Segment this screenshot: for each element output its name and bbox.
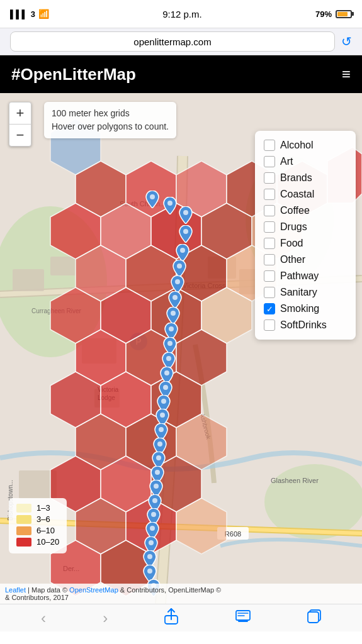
attribution-osm[interactable]: OpenStreetMap	[69, 586, 118, 594]
legend-swatch	[16, 538, 31, 547]
svg-rect-8	[13, 269, 44, 291]
reload-button[interactable]: ↺	[341, 34, 352, 49]
filter-label-coffee: Coffee	[280, 205, 310, 216]
bookmarks-button[interactable]	[235, 610, 251, 626]
svg-point-88	[151, 512, 156, 517]
svg-point-68	[183, 210, 188, 215]
svg-point-72	[175, 279, 180, 284]
filter-item[interactable]: Food	[264, 235, 347, 252]
map-pin[interactable]	[171, 275, 184, 293]
back-button[interactable]: ‹	[41, 609, 46, 627]
legend-swatch	[16, 526, 31, 535]
map-pin[interactable]	[163, 197, 177, 214]
legend-item: 6–10	[16, 526, 59, 535]
svg-point-78	[164, 370, 169, 375]
status-left: ▌▌▌ 3 📶	[10, 9, 49, 19]
share-button[interactable]	[164, 608, 178, 628]
map-tooltip: 100 meter hex grids Hover over polygons …	[44, 102, 176, 138]
status-right: 79%	[315, 9, 352, 19]
filter-item[interactable]: Coffee	[264, 203, 347, 219]
url-text: openlittermap.com	[133, 36, 211, 47]
svg-point-81	[160, 413, 165, 418]
filter-checkbox-coastal[interactable]	[264, 189, 275, 200]
map-pin[interactable]	[179, 225, 193, 243]
svg-point-84	[156, 455, 161, 460]
svg-rect-98	[308, 612, 319, 623]
forward-button[interactable]: ›	[103, 609, 108, 627]
attribution-leaflet[interactable]: Leaflet	[5, 586, 26, 594]
url-field[interactable]: openlittermap.com	[10, 31, 335, 52]
attribution: Leaflet | Map data © OpenStreetMap & Con…	[0, 584, 362, 604]
filter-item[interactable]: Alcohol	[264, 137, 347, 153]
filter-item[interactable]: Brands	[264, 170, 347, 186]
svg-point-76	[167, 341, 173, 346]
filter-item[interactable]: Drugs	[264, 219, 347, 235]
svg-point-80	[161, 399, 166, 404]
svg-point-82	[159, 427, 164, 432]
svg-point-86	[154, 484, 159, 489]
filter-checkbox-alcohol[interactable]	[264, 140, 275, 151]
map-pin[interactable]	[145, 191, 159, 208]
map-pin[interactable]	[179, 206, 193, 224]
map-container[interactable]: P R608 South Chann... Victoria Cross Cur…	[0, 93, 362, 604]
svg-text:R608: R608	[225, 530, 241, 538]
svg-point-73	[173, 295, 178, 300]
svg-point-66	[150, 194, 155, 199]
filter-label-art: Art	[280, 156, 293, 167]
filter-item[interactable]: Art	[264, 153, 347, 170]
filter-item[interactable]: Other	[264, 252, 347, 268]
status-time: 9:12 p.m.	[162, 9, 202, 19]
filter-item[interactable]: Coastal	[264, 186, 347, 203]
legend: 1–33–66–1010–20	[9, 498, 67, 553]
zoom-out-button[interactable]: −	[9, 125, 31, 146]
map-pin[interactable]	[173, 260, 186, 277]
filter-checkbox-sanitary[interactable]	[264, 287, 275, 298]
signal-bars: ▌▌▌	[10, 9, 28, 19]
zoom-in-button[interactable]: +	[9, 103, 31, 124]
svg-point-75	[169, 326, 174, 331]
address-bar: openlittermap.com ↺	[0, 28, 362, 55]
svg-rect-12	[19, 470, 57, 499]
svg-point-79	[163, 385, 168, 390]
svg-text:Victoria: Victoria	[98, 386, 119, 393]
battery-tip	[352, 12, 354, 16]
svg-text:P: P	[135, 336, 141, 347]
filter-label-drugs: Drugs	[280, 221, 307, 233]
filter-label-sanitary: Sanitary	[280, 287, 317, 298]
map-pin[interactable]	[168, 291, 182, 309]
filter-item[interactable]: Pathway	[264, 268, 347, 284]
filter-checkbox-drugs[interactable]	[264, 221, 275, 233]
filter-item[interactable]: Sanitary	[264, 284, 347, 301]
legend-label: 10–20	[37, 537, 59, 547]
filter-panel: AlcoholArtBrandsCoastalCoffeeDrugsFoodOt…	[255, 131, 356, 340]
map-pin[interactable]	[166, 307, 180, 325]
legend-item: 3–6	[16, 514, 59, 524]
filter-label-brands: Brands	[280, 172, 312, 184]
filter-checkbox-brands[interactable]	[264, 172, 275, 184]
filter-checkbox-coffee[interactable]	[264, 205, 275, 216]
tabs-button[interactable]	[307, 609, 321, 626]
filter-checkbox-other[interactable]	[264, 254, 275, 265]
tooltip-line1: 100 meter hex grids	[52, 107, 169, 120]
filter-item[interactable]: SoftDrinks	[264, 317, 347, 333]
filter-checkbox-softdrinks[interactable]	[264, 319, 275, 331]
filter-checkbox-pathway[interactable]	[264, 270, 275, 282]
app-header: #OpenLitterMap ≡	[0, 55, 362, 93]
filter-checkbox-smoking[interactable]: ✓	[264, 303, 275, 314]
svg-point-91	[147, 554, 152, 559]
map-pin[interactable]	[176, 244, 189, 262]
filter-label-pathway: Pathway	[280, 270, 319, 282]
filter-item[interactable]: ✓Smoking	[264, 301, 347, 317]
bottom-nav: ‹ ›	[0, 604, 362, 631]
filter-label-food: Food	[280, 238, 303, 249]
svg-point-89	[150, 526, 155, 531]
svg-point-90	[149, 540, 154, 545]
svg-point-69	[183, 229, 188, 234]
filter-checkbox-art[interactable]	[264, 156, 275, 167]
svg-text:Lodge: Lodge	[98, 394, 115, 401]
hamburger-menu[interactable]: ≡	[342, 65, 351, 83]
battery-fill	[337, 12, 348, 16]
battery-icon	[336, 10, 352, 18]
svg-point-85	[155, 470, 160, 475]
filter-checkbox-food[interactable]	[264, 238, 275, 249]
